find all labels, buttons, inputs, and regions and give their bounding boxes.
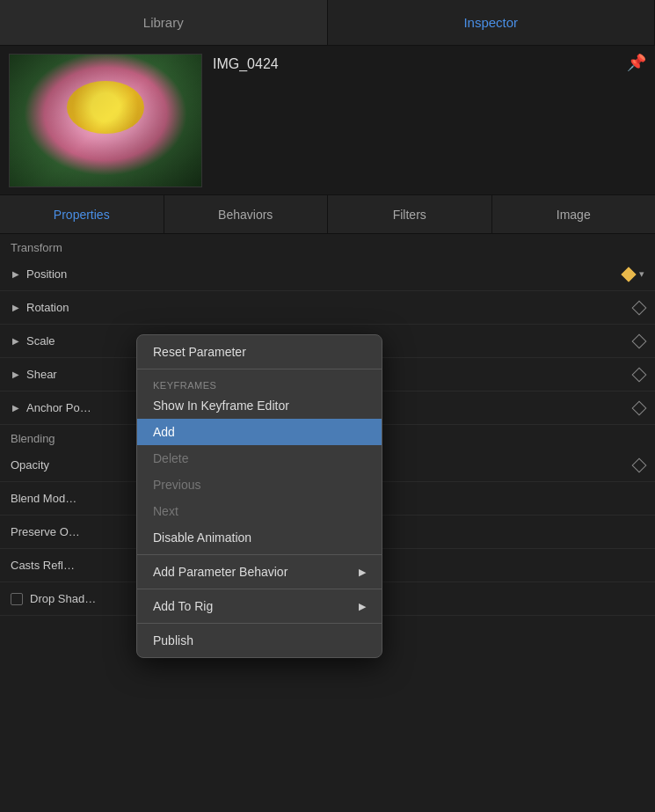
- tab-bar: Library Inspector: [0, 0, 655, 46]
- menu-item-disable-animation[interactable]: Disable Animation: [137, 524, 382, 551]
- media-info: IMG_0424: [213, 53, 616, 72]
- menu-keyframes-label: KEYFRAMES: [137, 373, 382, 392]
- tab-properties[interactable]: Properties: [0, 195, 164, 233]
- position-keyframe[interactable]: [622, 267, 637, 282]
- menu-item-add-parameter-behavior[interactable]: Add Parameter Behavior ▶: [137, 559, 382, 585]
- rotation-toggle[interactable]: ▶: [11, 303, 21, 313]
- tab-inspector[interactable]: Inspector: [328, 0, 656, 45]
- menu-item-previous: Previous: [137, 472, 382, 498]
- menu-item-delete: Delete: [137, 445, 382, 472]
- submenu-arrow-parameter-behavior: ▶: [359, 567, 366, 578]
- menu-separator-2: [137, 554, 382, 555]
- menu-item-add-to-rig[interactable]: Add To Rig ▶: [137, 593, 382, 619]
- menu-item-publish[interactable]: Publish: [137, 627, 382, 654]
- tab-behaviors[interactable]: Behaviors: [164, 195, 329, 233]
- position-row: ▶ Position ▾: [0, 258, 655, 291]
- tab-image[interactable]: Image: [492, 195, 656, 233]
- menu-item-next: Next: [137, 498, 382, 524]
- thumbnail-image: [10, 55, 201, 187]
- properties-tabs: Properties Behaviors Filters Image: [0, 195, 655, 234]
- scale-toggle[interactable]: ▶: [11, 336, 21, 347]
- media-header: IMG_0424 📌: [0, 46, 655, 195]
- rotation-keyframe[interactable]: [632, 300, 647, 315]
- menu-separator-3: [137, 589, 382, 589]
- pin-icon[interactable]: 📌: [627, 53, 646, 72]
- anchor-toggle[interactable]: ▶: [11, 403, 21, 413]
- menu-separator-1: [137, 369, 382, 369]
- menu-item-reset-parameter[interactable]: Reset Parameter: [137, 339, 382, 365]
- position-chevron[interactable]: ▾: [639, 268, 644, 280]
- rotation-row: ▶ Rotation: [0, 291, 655, 325]
- menu-separator-4: [137, 623, 382, 624]
- menu-item-add[interactable]: Add: [137, 419, 382, 445]
- media-filename: IMG_0424: [213, 56, 616, 72]
- tab-library[interactable]: Library: [0, 0, 328, 45]
- menu-item-show-keyframe-editor[interactable]: Show In Keyframe Editor: [137, 392, 382, 419]
- position-toggle[interactable]: ▶: [11, 269, 21, 280]
- opacity-keyframe[interactable]: [632, 457, 647, 472]
- transform-section-label: Transform: [0, 234, 655, 258]
- context-menu-overlay: Reset Parameter KEYFRAMES Show In Keyfra…: [136, 334, 382, 658]
- scale-keyframe[interactable]: [632, 333, 647, 348]
- shear-keyframe[interactable]: [632, 367, 647, 382]
- context-menu: Reset Parameter KEYFRAMES Show In Keyfra…: [136, 334, 382, 658]
- shear-toggle[interactable]: ▶: [11, 369, 21, 380]
- thumbnail: [9, 54, 202, 187]
- anchor-keyframe[interactable]: [632, 400, 647, 415]
- tab-filters[interactable]: Filters: [328, 195, 492, 233]
- submenu-arrow-rig: ▶: [359, 601, 366, 612]
- drop-shadow-checkbox[interactable]: [11, 593, 23, 605]
